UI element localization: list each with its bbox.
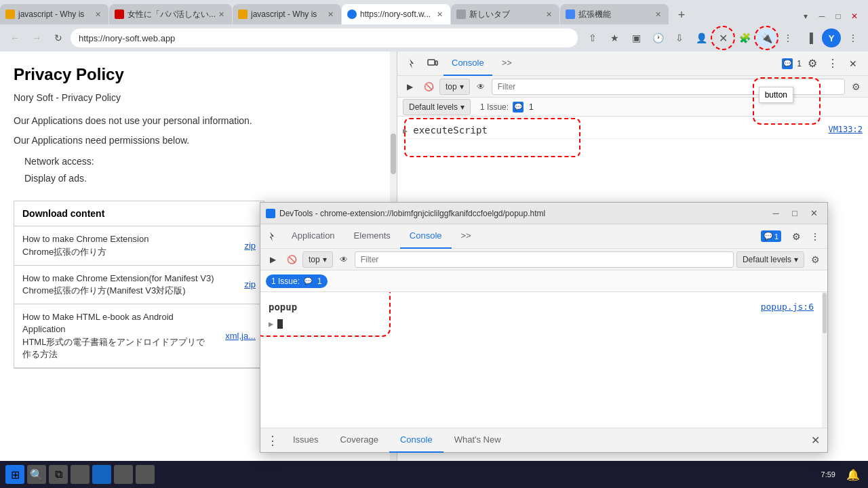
inspect-icon[interactable] <box>403 54 422 73</box>
popup-filter-input[interactable] <box>355 251 734 268</box>
download-table-header: Download content <box>14 201 264 226</box>
tab-4-label: https://nory-soft.w... <box>360 9 434 19</box>
device-icon[interactable] <box>423 54 442 73</box>
popup-badge-area: 💬 1 <box>761 230 781 242</box>
tab-2[interactable]: 女性に「パパ活しない... ✕ <box>109 4 232 24</box>
popup-more-icon[interactable]: ⋮ <box>806 227 825 246</box>
popup-close[interactable]: ✕ <box>806 205 822 222</box>
share-icon[interactable]: ⇧ <box>583 28 602 47</box>
popup-minimize[interactable]: ─ <box>768 205 784 222</box>
start-button[interactable]: ⊞ <box>5 465 24 484</box>
popup-top-select[interactable]: top ▾ <box>302 251 333 268</box>
popup-inspect-icon[interactable] <box>263 227 282 246</box>
devtools-main-issues-bar: Default levels ▾ 1 Issue: 💬 1 <box>397 98 868 117</box>
popup-issue-badge[interactable]: 1 Issue: 💬 1 <box>266 274 328 288</box>
taskbar-folder[interactable] <box>114 465 133 484</box>
popup-cursor-line: ▶ <box>269 319 814 329</box>
taskbar-ie[interactable] <box>71 465 90 484</box>
table-row: How to Make HTML e-book as Android Appli… <box>14 304 264 368</box>
tab-1-close[interactable]: ✕ <box>92 9 103 20</box>
profile-button[interactable]: Y <box>822 28 841 47</box>
devtools-popup: DevTools - chrome-extension://lobimfgnjc… <box>260 202 828 453</box>
dt-play-icon[interactable]: ▶ <box>401 79 418 95</box>
maximize-browser[interactable]: □ <box>830 8 846 24</box>
taskbar-search[interactable]: 🔍 <box>27 465 46 484</box>
popup-scroll-thumb[interactable] <box>823 293 827 333</box>
popup-play-icon[interactable]: ▶ <box>264 251 281 268</box>
sidebar-toggle-icon[interactable]: ▐ <box>800 28 819 47</box>
popup-bottom-tab-issues[interactable]: Issues <box>282 428 330 453</box>
bookmark-icon[interactable]: ★ <box>605 28 624 47</box>
taskbar-chrome[interactable] <box>92 465 111 484</box>
highlighted-ext-icon[interactable]: 🔌 <box>757 28 776 47</box>
tab-list-down[interactable]: ▾ <box>797 8 814 24</box>
devtools-main-filter-bar: ▶ 🚫 top ▾ 👁 ⚙ <box>397 76 868 98</box>
popup-maximize[interactable]: □ <box>787 205 803 222</box>
popup-bottom-tab-whatsnew[interactable]: What's New <box>443 428 512 453</box>
dt-close-icon[interactable]: ✕ <box>844 54 863 73</box>
address-input[interactable]: https://nory-soft.web.app <box>71 28 578 47</box>
dt-filter-input[interactable] <box>492 79 845 95</box>
scrollbar-thumb[interactable] <box>391 134 396 174</box>
close-devtools-icon[interactable]: ✕ <box>713 28 732 47</box>
taskbar-time: 7:59 <box>821 470 835 479</box>
dt-tab-more[interactable]: >> <box>494 52 520 76</box>
dt-more-icon[interactable]: ⋮ <box>823 54 842 73</box>
dt-top-select[interactable]: top ▾ <box>439 79 470 95</box>
dt-filter-settings[interactable]: ⚙ <box>848 79 864 95</box>
tab-5[interactable]: 新しいタブ ✕ <box>451 4 559 24</box>
popup-tab-more[interactable]: >> <box>452 224 481 249</box>
popup-titlebar: DevTools - chrome-extension://lobimfgnjc… <box>260 203 827 224</box>
issues-text: 1 Issue: <box>480 102 509 112</box>
tab-3[interactable]: javascript - Why is ✕ <box>233 4 341 24</box>
menu-icon[interactable]: ⋮ <box>844 28 863 47</box>
dt-settings-icon[interactable]: ⚙ <box>803 54 822 73</box>
tab-6-close[interactable]: ✕ <box>652 9 663 20</box>
popup-tab-application[interactable]: Application <box>282 224 344 249</box>
taskbar-task-view[interactable]: ⧉ <box>49 465 68 484</box>
dt-block-icon[interactable]: 🚫 <box>420 79 437 95</box>
popup-tab-elements[interactable]: Elements <box>344 224 400 249</box>
tab-2-close[interactable]: ✕ <box>216 9 226 20</box>
popup-default-levels[interactable]: Default levels ▾ <box>736 251 804 268</box>
new-tab-button[interactable]: + <box>672 5 691 24</box>
tab-bar: javascript - Why is ✕ 女性に「パパ活しない... ✕ ja… <box>0 0 868 24</box>
popup-bottom-tab-coverage[interactable]: Coverage <box>330 428 389 453</box>
tab-3-close[interactable]: ✕ <box>325 9 336 20</box>
forward-button[interactable]: → <box>27 28 46 47</box>
row-3-link[interactable]: xml,ja... <box>220 324 264 348</box>
history-icon[interactable]: 🕐 <box>648 28 667 47</box>
minimize-browser[interactable]: ─ <box>814 8 830 24</box>
dt-eye-icon[interactable]: 👁 <box>473 79 489 95</box>
tab-4-close[interactable]: ✕ <box>434 9 445 20</box>
tab-4[interactable]: https://nory-soft.w... ✕ <box>342 4 450 24</box>
popup-bottom-tab-issues-label: Issues <box>293 434 319 445</box>
accounts-icon[interactable]: 👤 <box>692 28 711 47</box>
popup-block-icon[interactable]: 🚫 <box>283 251 300 268</box>
taskbar-vscode[interactable] <box>136 465 155 484</box>
tab-5-close[interactable]: ✕ <box>543 9 554 20</box>
popup-bottom-tab-console[interactable]: Console <box>389 428 443 453</box>
notification-icon[interactable]: 🔔 <box>844 465 863 484</box>
popup-issues-icon: 💬 <box>302 276 313 287</box>
downloads-icon[interactable]: ⇩ <box>670 28 689 47</box>
popup-bottom-menu-icon[interactable]: ⋮ <box>263 431 282 450</box>
dt-default-levels[interactable]: Default levels ▾ <box>403 99 471 115</box>
tab-1[interactable]: javascript - Why is ✕ <box>0 4 108 24</box>
screenshot-icon[interactable]: ▣ <box>627 28 646 47</box>
popup-tab-console[interactable]: Console <box>400 224 452 249</box>
popup-scrollbar[interactable] <box>822 292 827 428</box>
more-tools-icon[interactable]: ⋮ <box>778 28 797 47</box>
dt-tab-console[interactable]: Console <box>443 52 492 76</box>
popup-eye-icon[interactable]: 👁 <box>336 251 352 268</box>
tab-6[interactable]: 拡張機能 ✕ <box>560 4 669 24</box>
refresh-button[interactable]: ↻ <box>49 28 68 47</box>
popup-settings-icon[interactable]: ⚙ <box>787 227 806 246</box>
console-source[interactable]: VM133:2 <box>828 125 863 134</box>
extensions-icon[interactable]: 🧩 <box>735 28 754 47</box>
popup-bottom-close[interactable]: ✕ <box>806 431 825 450</box>
close-browser[interactable]: ✕ <box>846 8 863 24</box>
back-button[interactable]: ← <box>5 28 24 47</box>
popup-filter-settings[interactable]: ⚙ <box>807 251 823 268</box>
popup-console-source[interactable]: popup.js:6 <box>761 302 814 312</box>
